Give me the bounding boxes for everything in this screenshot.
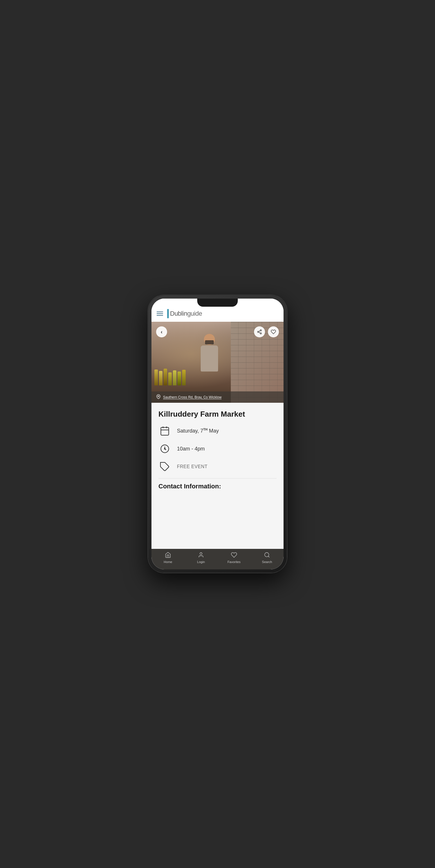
svg-point-5	[158, 396, 159, 397]
nav-item-home[interactable]: Home	[158, 552, 178, 564]
location-address: Sauthern Cross Rd, Bray, Co Wicklow	[163, 395, 222, 399]
app-logo: Dublinguide	[167, 309, 202, 318]
bottle-3	[164, 369, 167, 385]
tag-icon	[158, 460, 171, 473]
heart-icon	[231, 552, 237, 559]
price-row: FREE EVENT	[158, 460, 277, 473]
svg-point-2	[260, 333, 262, 334]
time-row: 10am - 4pm	[158, 442, 277, 455]
back-button[interactable]: ‹	[156, 327, 167, 337]
phone-screen: Dublinguide	[151, 299, 284, 569]
nav-label-login: Login	[197, 560, 205, 564]
location-pin-icon	[156, 394, 161, 400]
logo-text: Dublinguide	[170, 310, 202, 317]
hamburger-menu-button[interactable]	[157, 312, 163, 316]
date-text: Saturday, 7TH May	[177, 428, 219, 434]
detail-content: Killruddery Farm Market Saturday, 7TH Ma…	[151, 403, 284, 549]
logo-bar-icon	[167, 309, 169, 318]
location-bar: Sauthern Cross Rd, Bray, Co Wicklow	[151, 392, 284, 403]
nav-item-search[interactable]: Search	[257, 552, 277, 564]
bottle-2	[159, 371, 163, 385]
bottles-decoration	[154, 369, 186, 385]
venue-title: Killruddery Farm Market	[158, 410, 277, 418]
person-icon	[198, 552, 204, 559]
hero-image: ‹	[151, 322, 284, 403]
section-divider	[158, 478, 277, 478]
svg-point-0	[260, 330, 262, 331]
svg-line-4	[259, 331, 260, 332]
search-icon	[264, 552, 270, 559]
svg-point-1	[258, 331, 259, 333]
bottle-1	[154, 370, 158, 385]
nav-label-favorites: Favorites	[227, 560, 240, 564]
bottom-navigation: Home Login	[151, 549, 284, 569]
bottle-6	[177, 372, 181, 385]
clock-icon	[158, 442, 171, 455]
contact-heading: Contact Information:	[158, 483, 277, 490]
time-text: 10am - 4pm	[177, 446, 205, 452]
bottle-5	[173, 370, 176, 385]
date-row: Saturday, 7TH May	[158, 425, 277, 437]
svg-rect-6	[161, 427, 169, 435]
app-content: Dublinguide	[151, 299, 284, 569]
share-button[interactable]	[254, 327, 265, 337]
bottle-7	[182, 370, 186, 385]
svg-point-13	[200, 553, 202, 555]
price-text: FREE EVENT	[177, 464, 207, 469]
calendar-icon	[158, 425, 171, 437]
person-figure	[198, 334, 221, 380]
person-head	[204, 334, 215, 345]
nav-item-favorites[interactable]: Favorites	[224, 552, 244, 564]
svg-point-14	[265, 553, 269, 557]
svg-line-3	[259, 332, 260, 333]
nav-item-login[interactable]: Login	[191, 552, 211, 564]
svg-line-15	[268, 556, 269, 557]
favorite-button[interactable]	[268, 327, 279, 337]
phone-frame: Dublinguide	[148, 295, 287, 573]
hero-action-buttons	[254, 327, 279, 337]
phone-notch	[197, 299, 238, 307]
nav-label-search: Search	[262, 560, 272, 564]
nav-label-home: Home	[164, 560, 172, 564]
person-body	[201, 345, 218, 372]
bottle-4	[168, 372, 172, 385]
home-icon	[165, 552, 171, 559]
